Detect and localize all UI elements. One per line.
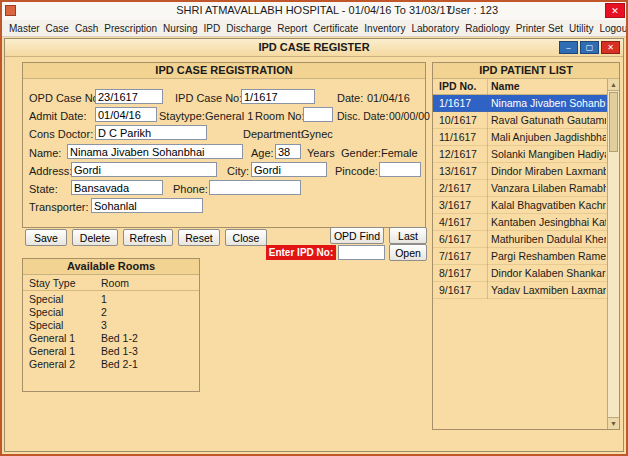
patient-ipd-no: 9/1617 xyxy=(439,282,471,298)
patient-name: Raval Gatunath Gautamnath xyxy=(491,112,606,128)
maximize-icon[interactable]: ▢ xyxy=(580,41,599,54)
patient-name: Yadav Laxmiben Laxmanbhai xyxy=(491,282,606,298)
patient-list-title: IPD PATIENT LIST xyxy=(433,63,619,79)
cons-doctor-input[interactable] xyxy=(95,125,207,140)
rooms-col-stay-type: Stay Type xyxy=(29,277,76,290)
close-icon[interactable]: ✕ xyxy=(605,3,625,18)
age-input[interactable] xyxy=(275,144,301,159)
opd-case-no-label: OPD Case No: xyxy=(29,91,102,106)
name-input[interactable] xyxy=(67,144,243,159)
menu-item-nursing[interactable]: Nursing xyxy=(160,23,200,34)
city-input[interactable] xyxy=(251,162,327,177)
patient-row[interactable]: 12/1617Solanki Mangiben Hadiyabhai xyxy=(433,146,607,163)
admit-date-input[interactable] xyxy=(95,107,157,122)
phone-input[interactable] xyxy=(209,180,301,195)
room-stay-type: Special xyxy=(29,293,63,306)
patient-row[interactable]: 8/1617Dindor Kalaben Shankarbhai xyxy=(433,265,607,282)
delete-button[interactable]: Delete xyxy=(72,229,118,246)
patient-list-scrollbar[interactable]: ▲ ▼ xyxy=(607,79,619,429)
menu-item-master[interactable]: Master xyxy=(6,23,43,34)
close-window-icon[interactable]: ✕ xyxy=(601,41,620,54)
mdi-window-title: IPD CASE REGISTER xyxy=(5,39,623,56)
menu-item-utility[interactable]: Utility xyxy=(566,23,596,34)
patient-row[interactable]: 4/1617Kantaben Jesingbhai Katara xyxy=(433,214,607,231)
menu-item-prescription[interactable]: Prescription xyxy=(101,23,160,34)
menu-item-certificate[interactable]: Certificate xyxy=(310,23,361,34)
scroll-down-icon[interactable]: ▼ xyxy=(608,417,619,429)
department-value: Gynec xyxy=(301,127,333,142)
patient-row[interactable]: 10/1617Raval Gatunath Gautamnath xyxy=(433,112,607,129)
room-row[interactable]: General 2Bed 2-1 xyxy=(23,358,199,371)
patient-list-column-header: IPD No. Name xyxy=(433,79,607,95)
patient-row[interactable]: 2/1617Vanzara Lilaben Ramabhai xyxy=(433,180,607,197)
gender-value: Female xyxy=(381,146,418,161)
reset-button[interactable]: Reset xyxy=(178,229,220,246)
save-button[interactable]: Save xyxy=(25,229,67,246)
patient-row[interactable]: 6/1617Mathuriben Dadulal Kheradi xyxy=(433,231,607,248)
refresh-button[interactable]: Refresh xyxy=(123,229,173,246)
enter-ipd-input[interactable] xyxy=(338,245,385,260)
admit-date-label: Admit Date: xyxy=(29,109,86,124)
room-row[interactable]: Special1 xyxy=(23,293,199,306)
scroll-up-icon[interactable]: ▲ xyxy=(608,79,619,91)
enter-ipd-label: Enter IPD No: xyxy=(266,245,336,260)
patient-ipd-no: 8/1617 xyxy=(439,265,471,281)
client-area: IPD CASE REGISTER – ▢ ✕ IPD CASE REGISTR… xyxy=(2,37,626,454)
state-input[interactable] xyxy=(71,180,163,195)
room-no-input[interactable] xyxy=(303,107,333,122)
pincode-input[interactable] xyxy=(379,162,421,177)
scroll-thumb[interactable] xyxy=(609,92,618,152)
patient-row[interactable]: 3/1617Kalal Bhagvatiben Kachrubhai xyxy=(433,197,607,214)
patient-row[interactable]: 7/1617Pargi Reshamben Rameshbhai xyxy=(433,248,607,265)
ipd-case-no-label: IPD Case No: xyxy=(175,91,242,106)
patient-row[interactable]: 13/1617Dindor Miraben Laxmanbhai xyxy=(433,163,607,180)
opd-case-no-input[interactable] xyxy=(95,89,163,104)
menu-item-laboratory[interactable]: Laboratory xyxy=(408,23,462,34)
patient-row[interactable]: 11/1617Mali Anjuben Jagdishbhai xyxy=(433,129,607,146)
menu-item-printer-set[interactable]: Printer Set xyxy=(513,23,566,34)
age-label: Age: xyxy=(251,146,274,161)
room-row[interactable]: Special2 xyxy=(23,306,199,319)
room-stay-type: General 1 xyxy=(29,332,75,345)
pincode-label: Pincode: xyxy=(335,164,378,179)
menu-item-report[interactable]: Report xyxy=(274,23,310,34)
ipd-case-no-input[interactable] xyxy=(241,89,315,104)
address-input[interactable] xyxy=(71,162,217,177)
patient-list-panel: IPD PATIENT LIST IPD No. Name 1/1617Nina… xyxy=(432,62,620,430)
room-value: 1 xyxy=(101,293,107,306)
open-button[interactable]: Open xyxy=(389,244,427,261)
room-row[interactable]: Special3 xyxy=(23,319,199,332)
room-row[interactable]: General 1Bed 1-2 xyxy=(23,332,199,345)
patient-name: Mathuriben Dadulal Kheradi xyxy=(491,231,606,247)
date-value: 01/04/16 xyxy=(367,91,410,106)
patient-ipd-no: 12/1617 xyxy=(439,146,477,162)
opd-find-button[interactable]: OPD Find xyxy=(330,227,384,244)
room-value: Bed 1-2 xyxy=(101,332,138,345)
close-button[interactable]: Close xyxy=(225,229,267,246)
menu-item-ipd[interactable]: IPD xyxy=(201,23,224,34)
city-label: City: xyxy=(227,164,249,179)
menu-item-cash[interactable]: Cash xyxy=(72,23,101,34)
patient-ipd-no: 2/1617 xyxy=(439,180,471,196)
address-label: Address: xyxy=(29,164,72,179)
patient-ipd-no: 10/1617 xyxy=(439,112,477,128)
menu-item-inventory[interactable]: Inventory xyxy=(361,23,408,34)
minimize-icon[interactable]: – xyxy=(559,41,578,54)
registration-panel: IPD CASE REGISTRATION OPD Case No: IPD C… xyxy=(22,62,426,228)
menu-item-discharge[interactable]: Discharge xyxy=(223,23,274,34)
menu-item-logout[interactable]: Logout xyxy=(596,23,626,34)
gender-label: Gender: xyxy=(341,146,381,161)
patient-row[interactable]: 1/1617Ninama Jivaben Sohanbhai xyxy=(433,95,607,112)
transporter-input[interactable] xyxy=(91,198,203,213)
patient-row[interactable]: 9/1617Yadav Laxmiben Laxmanbhai xyxy=(433,282,607,299)
last-button[interactable]: Last xyxy=(389,227,427,244)
rooms-column-header: Stay Type Room xyxy=(23,277,199,291)
room-value: 2 xyxy=(101,306,107,319)
patient-ipd-no: 13/1617 xyxy=(439,163,477,179)
room-value: Bed 1-3 xyxy=(101,345,138,358)
patient-name: Mali Anjuben Jagdishbhai xyxy=(491,129,606,145)
staytype-label: Staytype: xyxy=(159,109,205,124)
room-row[interactable]: General 1Bed 1-3 xyxy=(23,345,199,358)
menu-item-case[interactable]: Case xyxy=(43,23,72,34)
menu-item-radiology[interactable]: Radiology xyxy=(462,23,512,34)
